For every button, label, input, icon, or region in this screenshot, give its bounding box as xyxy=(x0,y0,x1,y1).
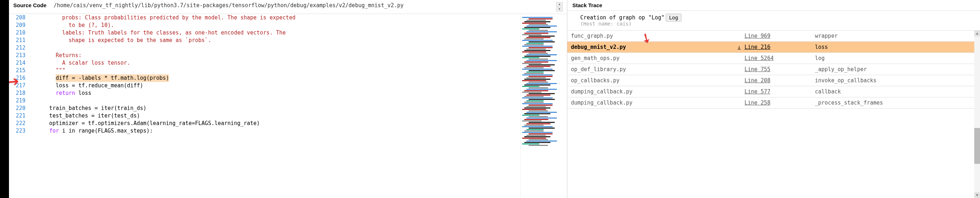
stack-frame-line-link[interactable]: Line 208 xyxy=(745,77,815,84)
line-number: 222 xyxy=(9,120,30,127)
stack-frame-line-link[interactable]: Line 969 xyxy=(745,33,815,39)
stack-frame-row[interactable]: func_graph.pyLine 969wrapper xyxy=(567,30,974,42)
minimap-line xyxy=(528,122,555,123)
code-line[interactable]: 214 A scalar loss tensor. xyxy=(9,59,520,67)
path-scroll-buttons: ▲ ▼ xyxy=(556,2,563,11)
stack-frame-file: op_def_library.py xyxy=(571,66,736,73)
gutter xyxy=(30,29,35,37)
stack-frame-row[interactable]: op_callbacks.pyLine 208invoke_op_callbac… xyxy=(567,75,974,86)
code-line[interactable]: 218 return loss xyxy=(9,89,520,97)
stack-frame-function: loss xyxy=(815,44,970,50)
stack-frame-row[interactable]: op_def_library.pyLine 755_apply_op_helpe… xyxy=(567,64,974,75)
stack-frame-line-link[interactable]: Line 5264 xyxy=(745,55,815,61)
code-line[interactable]: 208 probs: Class probabilities predicted… xyxy=(9,14,520,22)
code-wrap: 208 probs: Class probabilities predicted… xyxy=(9,14,567,198)
minimap-line xyxy=(524,67,544,68)
host-name-text: (Host name: cais) xyxy=(580,21,681,27)
minimap-line xyxy=(527,77,546,78)
stack-frame-function: callback xyxy=(815,88,970,95)
stack-frame-row[interactable]: dumping_callback.pyLine 577callback xyxy=(567,86,974,97)
minimap-line xyxy=(527,83,557,84)
gutter xyxy=(30,89,35,97)
minimap-line xyxy=(527,135,546,136)
minimap-line xyxy=(524,102,544,103)
line-number: 219 xyxy=(9,97,30,105)
code-line[interactable]: 213 Returns: xyxy=(9,52,520,59)
stack-scrollbar[interactable]: ▲ ▼ xyxy=(974,30,980,198)
code-line[interactable]: 217 loss = tf.reduce_mean(diff) xyxy=(9,82,520,89)
scroll-down-button[interactable]: ▼ xyxy=(556,7,563,11)
minimap-line xyxy=(524,21,550,22)
minimap-line xyxy=(527,20,546,21)
stack-frame-row[interactable]: debug_mnist_v2.py↓Line 216loss xyxy=(567,42,974,53)
gutter xyxy=(30,37,35,44)
minimap-line xyxy=(522,17,553,18)
scrollbar-track[interactable] xyxy=(974,36,980,192)
code-area[interactable]: 208 probs: Class probabilities predicted… xyxy=(9,14,520,198)
line-number: 218 xyxy=(9,89,30,97)
code-line[interactable]: 211 shape is expected to be the same as … xyxy=(9,37,520,44)
stack-trace-panel: Stack Trace Creation of graph op "Log" L… xyxy=(567,0,980,198)
minimap-line xyxy=(522,115,539,116)
minimap-line xyxy=(524,85,550,86)
minimap-line xyxy=(528,110,548,112)
code-line[interactable]: 223 for i in range(FLAGS.max_steps): xyxy=(9,127,520,135)
minimap-line xyxy=(524,125,544,126)
log-op-button[interactable]: Log xyxy=(666,14,681,22)
stack-frame-function: log xyxy=(815,55,970,61)
line-number: 211 xyxy=(9,37,30,44)
code-line[interactable]: 222 optimizer = tf.optimizers.Adam(learn… xyxy=(9,120,520,127)
gutter xyxy=(30,120,35,127)
minimap-line xyxy=(522,92,541,93)
stack-frame-line-link[interactable]: Line 577 xyxy=(745,88,815,95)
stack-frame-line-link[interactable]: Line 755 xyxy=(745,66,815,73)
scroll-up-button[interactable]: ▲ xyxy=(556,2,563,6)
minimap-line xyxy=(522,57,539,58)
code-content: labels: Truth labels for the classes, as… xyxy=(35,29,520,37)
minimap-line xyxy=(527,94,550,96)
code-line[interactable]: 220 train_batches = iter(train_ds) xyxy=(9,105,520,112)
code-line[interactable]: 221 test_batches = iter(test_ds) xyxy=(9,112,520,120)
stack-frame-file: op_callbacks.py xyxy=(571,77,736,84)
minimap-line xyxy=(528,76,553,77)
minimap-line xyxy=(524,61,548,62)
stack-frame-list[interactable]: ➘ func_graph.pyLine 969wrapperdebug_mnis… xyxy=(567,30,974,198)
minimap-line xyxy=(528,64,555,65)
expand-frame-icon[interactable]: ↓ xyxy=(736,44,743,50)
code-line[interactable]: 210 labels: Truth labels for the classes… xyxy=(9,29,520,37)
source-file-path: /home/cais/venv_tf_nightly/lib/python3.7… xyxy=(54,2,549,10)
stack-frame-line-link[interactable]: Line 258 xyxy=(745,99,815,106)
line-number: 215 xyxy=(9,67,30,74)
stack-frame-file: dumping_callback.py xyxy=(571,88,736,95)
code-content: Returns: xyxy=(35,52,520,59)
minimap-line xyxy=(524,79,550,80)
stack-frame-file: gen_math_ops.py xyxy=(571,55,736,61)
scrollbar-up-icon[interactable]: ▲ xyxy=(974,30,980,36)
scrollbar-down-icon[interactable]: ▼ xyxy=(974,192,980,198)
scrollbar-thumb[interactable] xyxy=(974,128,980,164)
stack-frame-row[interactable]: gen_math_ops.pyLine 5264log xyxy=(567,53,974,64)
minimap[interactable] xyxy=(520,14,567,198)
code-line[interactable]: 216 diff = -labels * tf.math.log(probs) xyxy=(9,74,520,82)
stack-frame-row[interactable]: dumping_callback.pyLine 258_process_stac… xyxy=(567,97,974,109)
code-content: shape is expected to be the same as `pro… xyxy=(35,37,520,44)
minimap-line xyxy=(528,59,548,60)
minimap-line xyxy=(527,26,557,27)
code-line[interactable]: 209 to be (?, 10). xyxy=(9,22,520,29)
code-content: test_batches = iter(test_ds) xyxy=(35,112,520,120)
stack-frame-line-link[interactable]: Line 216 xyxy=(745,44,815,50)
code-content: optimizer = tf.optimizers.Adam(learning_… xyxy=(35,120,520,127)
minimap-line xyxy=(528,145,548,146)
minimap-line xyxy=(522,109,546,110)
code-line[interactable]: 215 """ xyxy=(9,67,520,74)
minimap-line xyxy=(522,74,553,75)
minimap-line xyxy=(522,51,546,53)
minimap-line xyxy=(524,44,544,45)
code-line[interactable]: 212 xyxy=(9,44,520,52)
code-line[interactable]: 219 xyxy=(9,97,520,105)
minimap-line xyxy=(524,50,550,51)
minimap-line xyxy=(528,47,553,48)
minimap-line xyxy=(527,141,557,142)
gutter xyxy=(30,67,35,74)
minimap-line xyxy=(522,137,546,139)
